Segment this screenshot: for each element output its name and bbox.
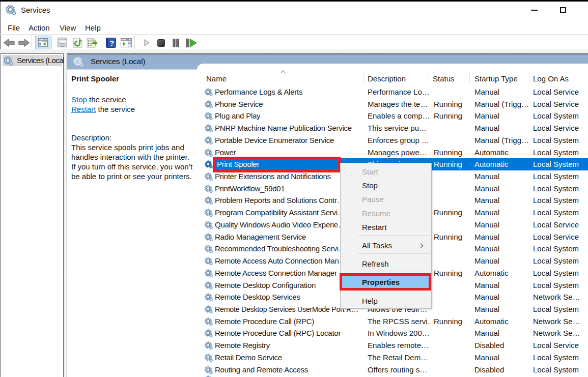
svg-text:?: ?	[109, 39, 114, 47]
